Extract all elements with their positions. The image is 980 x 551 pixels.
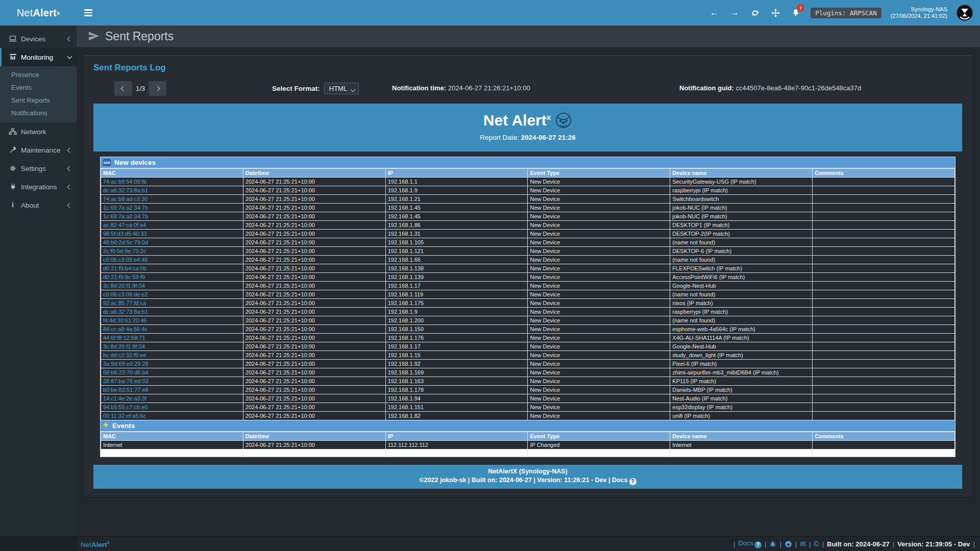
- user-avatar[interactable]: [957, 5, 973, 21]
- mac-link[interactable]: 1c:69:7a:a2:34:7b: [103, 213, 148, 219]
- footer-sidebar-strip: [0, 537, 77, 551]
- sidebar-item-devices[interactable]: Devices: [0, 30, 77, 48]
- cell-ip: 192.168.1.82: [386, 412, 528, 420]
- sidebar-item-presence[interactable]: Presence: [0, 68, 77, 81]
- cell-event-type: New Device: [528, 195, 670, 203]
- cell-datetime: 2024-06-27 21:25:21+10:00: [243, 394, 385, 403]
- cell-event-type: New Device: [528, 299, 670, 307]
- sidebar-item-notifications[interactable]: Notifications: [0, 107, 77, 119]
- mac-link[interactable]: d0:21:f9:8c:59:f9: [103, 274, 145, 280]
- format-label: Select Format:: [272, 85, 320, 92]
- copyright-icon[interactable]: ©: [814, 540, 819, 548]
- cell-ip: 192.168.1.94: [386, 394, 528, 403]
- cell-device-name: Internet: [670, 441, 812, 449]
- help-question-icon[interactable]: ?: [629, 478, 636, 485]
- sidebar-item-events[interactable]: Events: [0, 81, 77, 94]
- mac-link[interactable]: 84:cc:a8:4a:56:4c: [103, 326, 148, 332]
- mac-link[interactable]: 3c:8d:20:f1:9f:04: [103, 283, 145, 289]
- mac-link[interactable]: 3c:8d:20:f1:9f:04: [103, 343, 145, 349]
- mac-link[interactable]: 44:6f:f8:12:68:71: [103, 335, 145, 341]
- github-icon[interactable]: [785, 540, 792, 548]
- mac-link[interactable]: 14:c1:4e:2e:a3:3f: [103, 395, 146, 402]
- column-header-device-name: Device name: [670, 169, 812, 177]
- mac-link[interactable]: ac:82:47:ca:0f:e4: [103, 222, 146, 228]
- cell-event-type: New Device: [528, 316, 670, 324]
- cell-datetime: 2024-06-27 21:25:21+10:00: [243, 403, 385, 411]
- back-button[interactable]: ←: [708, 6, 720, 19]
- footer-brand[interactable]: NetAlertx: [81, 540, 110, 548]
- sidebar-item-integrations[interactable]: Integrations: [0, 178, 77, 196]
- report-table-row: bc:dd:c2:32:f9:ee2024-06-27 21:25:21+10:…: [101, 351, 954, 359]
- mac-link[interactable]: 74:ac:b9:ad:c3:30: [103, 196, 148, 202]
- prev-report-button[interactable]: [114, 81, 132, 96]
- forward-button[interactable]: →: [729, 6, 740, 19]
- report-table-row: 1c:69:7a:a2:34:7b2024-06-27 21:25:21+10:…: [101, 204, 954, 212]
- mac-link[interactable]: 00:11:32:ef:a5:6c: [103, 413, 146, 419]
- cell-mac: 14:c1:4e:2e:a3:3f: [101, 394, 243, 403]
- cell-event-type: New Device: [528, 394, 670, 403]
- cell-datetime: 2024-06-27 21:25:21+10:00: [243, 386, 385, 394]
- report-date: Report Date: 2024-06-27 21:26: [93, 134, 962, 141]
- mac-link[interactable]: 28:87:ba:76:ed:03: [103, 378, 149, 384]
- mac-link[interactable]: 1c:69:7a:a2:34:7b: [103, 205, 148, 211]
- mac-link[interactable]: dc:a6:32:73:8a:b1: [103, 187, 148, 193]
- cell-ip: 192.168.1.17: [386, 282, 528, 290]
- sidebar-item-sent-reports[interactable]: Sent Reports: [0, 94, 77, 107]
- sidebar-subitem-label: Presence: [11, 71, 39, 79]
- docs-link[interactable]: Docs: [738, 539, 753, 547]
- page-title: Sent Reports: [105, 30, 174, 43]
- mac-link[interactable]: 92:ac:85:77:fd:ca: [103, 300, 146, 306]
- mac-link[interactable]: 94:b5:55:c7:cb:e0: [103, 404, 148, 410]
- sidebar-toggle-button[interactable]: [77, 0, 100, 26]
- mac-link[interactable]: 98:5f:d3:d5:40:33: [103, 231, 147, 237]
- refresh-button[interactable]: [749, 6, 761, 19]
- mac-link[interactable]: f4:4d:30:61:20:46: [103, 317, 147, 323]
- mac-link[interactable]: d0:21:f9:b4:ca:0b: [103, 265, 146, 271]
- mac-link[interactable]: c0:06:c3:09:e4:46: [103, 257, 148, 263]
- sidebar-item-label: About: [21, 202, 68, 209]
- mac-link[interactable]: b0:be:83:51:77:e8: [103, 387, 149, 393]
- move-arrows-icon: [771, 9, 780, 17]
- report-table-row: 74:ac:b9:ad:c3:302024-06-27 21:25:21+10:…: [101, 195, 954, 203]
- mac-link[interactable]: 74:ac:b9:54:09:fb: [103, 179, 146, 185]
- cell-comments: [813, 256, 954, 264]
- app-footer: NetAlertx | Docs? | |: [0, 536, 980, 551]
- panel-title-link[interactable]: Sent Reports Log: [93, 63, 166, 72]
- notification-guid-value: cc44507e-8ea6-48e7-90c1-26de548ca37d: [736, 84, 862, 92]
- column-header-device-name: Device name: [670, 432, 812, 440]
- sidebar-item-monitoring[interactable]: Monitoring: [0, 48, 77, 66]
- sidebar-item-network[interactable]: Network: [0, 122, 77, 141]
- mac-link[interactable]: dc:a6:32:73:8a:b1: [103, 309, 148, 315]
- cell-mac: 74:ac:b9:ad:c3:30: [101, 195, 243, 203]
- column-header-mac: MAC: [101, 169, 243, 177]
- cell-mac: 28:87:ba:76:ed:03: [101, 377, 243, 385]
- cell-event-type: New Device: [528, 256, 670, 264]
- cell-ip: 192.168.1.138: [386, 264, 528, 272]
- fullscreen-move-button[interactable]: [770, 6, 781, 19]
- mac-link[interactable]: 48:b0:2d:5c:79:0d: [103, 239, 148, 245]
- cell-ip: 192.168.1.169: [386, 368, 528, 377]
- bug-report-icon[interactable]: [769, 540, 776, 547]
- cell-device-name: esphome-web-4a564c (IP match): [670, 325, 812, 333]
- cell-mac: c0:06:c3:09:e4:46: [101, 256, 243, 264]
- mac-link[interactable]: bc:dd:c2:32:f9:ee: [103, 352, 146, 358]
- app-logo[interactable]: NetAlertx: [0, 0, 77, 26]
- sidebar-item-maintenance[interactable]: Maintenance: [0, 141, 77, 159]
- docs-question-icon[interactable]: ?: [754, 541, 762, 548]
- mac-link[interactable]: c0:06:c3:09:de:e2: [103, 291, 148, 297]
- sidebar-item-settings[interactable]: Settings: [0, 159, 77, 178]
- report-footer: NetAlertX (Synology-NAS) ©2022 jokob-sk …: [93, 465, 962, 489]
- mac-link[interactable]: 2c:f0:5d:9e:73:2c: [103, 248, 146, 254]
- format-select[interactable]: HTML: [324, 83, 359, 94]
- cell-event-type: New Device: [528, 238, 670, 246]
- cell-ip: 192.168.1.176: [386, 334, 528, 342]
- sidebar-item-about[interactable]: i About: [0, 196, 77, 214]
- mail-icon[interactable]: ✉: [800, 540, 806, 548]
- cell-device-name: AccessPointWiFi6 (IP match): [670, 273, 812, 281]
- next-report-button[interactable]: [149, 81, 166, 96]
- cell-mac: 2c:f0:5d:9e:73:2c: [101, 247, 243, 255]
- mac-link[interactable]: 58:b6:23:70:d6:b4: [103, 369, 149, 375]
- mac-link[interactable]: 3a:9d:69:e0:29:28: [103, 361, 149, 367]
- cell-event-type: New Device: [528, 264, 670, 272]
- notifications-bell-button[interactable]: 7: [790, 6, 801, 19]
